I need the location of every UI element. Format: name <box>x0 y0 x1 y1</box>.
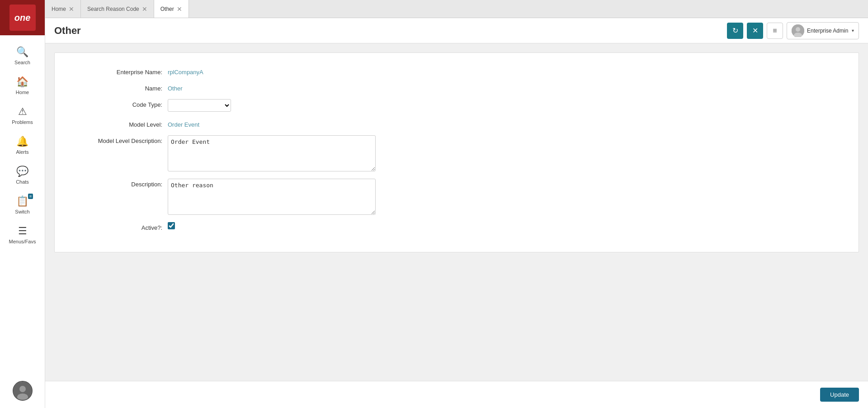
update-button[interactable]: Update <box>820 388 859 402</box>
form-card: Enterprise Name: rplCompanyA Name: Other… <box>54 52 859 252</box>
switch-icon: 📋 ≡ <box>16 195 28 207</box>
menu-button[interactable]: ≡ <box>767 23 783 39</box>
logo-text: one <box>14 13 31 23</box>
chats-icon: 💬 <box>16 166 28 177</box>
code-type-select-wrapper <box>168 99 231 112</box>
model-level-desc-textarea[interactable]: Order Event <box>168 135 376 171</box>
tab-home-label: Home <box>52 6 66 12</box>
tab-home-close[interactable]: ✕ <box>69 5 74 13</box>
description-textarea[interactable]: Other reason <box>168 179 376 215</box>
description-label: Description: <box>68 179 168 188</box>
name-value: Other <box>168 83 183 92</box>
svg-point-4 <box>796 27 800 32</box>
sidebar-item-search[interactable]: 🔍 Search <box>0 40 45 70</box>
sidebar-avatar[interactable] <box>13 381 33 408</box>
user-name-label: Enterprise Admin <box>807 28 849 34</box>
tab-bar: Home ✕ Search Reason Code ✕ Other ✕ <box>45 0 868 18</box>
model-level-value: Order Event <box>168 119 199 128</box>
sidebar-label-alerts: Alerts <box>16 149 28 155</box>
code-type-label: Code Type: <box>68 99 168 108</box>
avatar-circle <box>13 381 33 401</box>
close-button[interactable]: ✕ <box>747 23 763 39</box>
enterprise-name-value: rplCompanyA <box>168 66 203 76</box>
page-header: Other ↻ ✕ ≡ Enterprise Admin <box>45 18 868 43</box>
active-row: Active?: <box>68 222 845 231</box>
page-body: Enterprise Name: rplCompanyA Name: Other… <box>45 43 868 408</box>
tab-other[interactable]: Other ✕ <box>154 0 189 18</box>
logo-inner: one <box>9 5 36 31</box>
search-icon: 🔍 <box>16 46 28 58</box>
svg-point-1 <box>19 386 26 392</box>
enterprise-name-row: Enterprise Name: rplCompanyA <box>68 66 845 76</box>
main: Home ✕ Search Reason Code ✕ Other ✕ Othe… <box>45 0 868 408</box>
sidebar-item-chats[interactable]: 💬 Chats <box>0 159 45 189</box>
code-type-row: Code Type: <box>68 99 845 112</box>
code-type-select[interactable] <box>168 99 231 112</box>
tab-search-reason-code-label: Search Reason Code <box>87 6 139 12</box>
sidebar-label-menus-favs: Menus/Favs <box>9 239 36 244</box>
close-icon: ✕ <box>752 26 758 35</box>
user-avatar <box>792 24 804 37</box>
sidebar-logo: one <box>0 0 45 35</box>
tab-other-label: Other <box>160 6 174 12</box>
active-checkbox[interactable] <box>168 222 175 229</box>
sidebar-item-home[interactable]: 🏠 Home <box>0 70 45 100</box>
menus-favs-icon: ☰ <box>18 225 27 237</box>
switch-badge: ≡ <box>28 194 33 199</box>
tab-other-close[interactable]: ✕ <box>177 5 182 13</box>
tab-search-reason-code[interactable]: Search Reason Code ✕ <box>81 0 154 18</box>
sidebar-item-menus-favs[interactable]: ☰ Menus/Favs <box>0 219 45 249</box>
sidebar-label-chats: Chats <box>16 179 29 185</box>
chevron-down-icon: ▾ <box>852 28 854 33</box>
model-level-row: Model Level: Order Event <box>68 119 845 128</box>
sidebar-label-search: Search <box>14 60 30 65</box>
refresh-button[interactable]: ↻ <box>727 23 743 39</box>
refresh-icon: ↻ <box>732 26 738 35</box>
enterprise-name-label: Enterprise Name: <box>68 66 168 76</box>
menu-icon: ≡ <box>773 27 777 35</box>
user-dropdown[interactable]: Enterprise Admin ▾ <box>787 22 859 39</box>
sidebar: one 🔍 Search 🏠 Home ⚠ Problems 🔔 Alerts … <box>0 0 45 408</box>
header-actions: ↻ ✕ ≡ Enterprise Admin ▾ <box>727 22 859 39</box>
active-label: Active?: <box>68 222 168 231</box>
name-row: Name: Other <box>68 83 845 92</box>
content-footer: Update <box>45 381 868 408</box>
description-row: Description: Other reason <box>68 179 845 215</box>
alerts-icon: 🔔 <box>16 136 28 147</box>
model-level-label: Model Level: <box>68 119 168 128</box>
model-level-desc-row: Model Level Description: Order Event <box>68 135 845 171</box>
sidebar-item-problems[interactable]: ⚠ Problems <box>0 100 45 129</box>
page-body-inner: Enterprise Name: rplCompanyA Name: Other… <box>45 43 868 381</box>
sidebar-nav: 🔍 Search 🏠 Home ⚠ Problems 🔔 Alerts 💬 Ch… <box>0 35 45 381</box>
name-label: Name: <box>68 83 168 92</box>
model-level-desc-label: Model Level Description: <box>68 135 168 144</box>
sidebar-label-home: Home <box>16 90 29 95</box>
sidebar-item-alerts[interactable]: 🔔 Alerts <box>0 129 45 159</box>
sidebar-label-problems: Problems <box>12 119 33 125</box>
home-icon: 🏠 <box>16 76 28 88</box>
sidebar-label-switch: Switch <box>15 209 29 214</box>
tab-search-reason-code-close[interactable]: ✕ <box>142 5 147 13</box>
tab-home[interactable]: Home ✕ <box>45 0 81 18</box>
page-title: Other <box>54 25 727 37</box>
problems-icon: ⚠ <box>18 106 27 118</box>
sidebar-item-switch[interactable]: 📋 ≡ Switch <box>0 189 45 219</box>
